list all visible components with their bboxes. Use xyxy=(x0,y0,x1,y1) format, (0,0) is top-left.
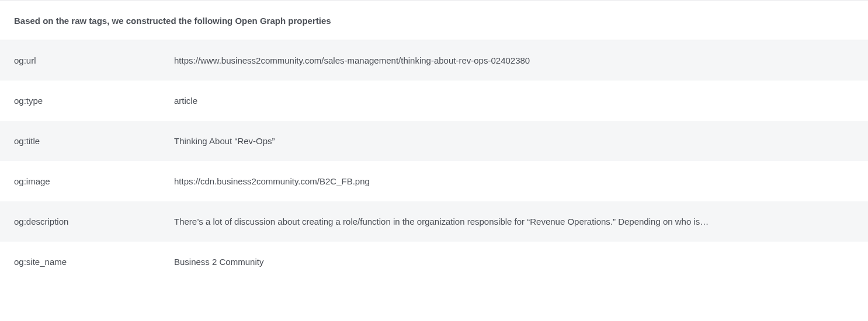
property-value: Thinking About “Rev-Ops” xyxy=(174,135,854,147)
properties-table: og:url https://www.business2community.co… xyxy=(0,40,868,282)
property-value: There’s a lot of discussion about creati… xyxy=(174,215,854,228)
property-value: Business 2 Community xyxy=(174,256,854,268)
table-row: og:site_name Business 2 Community xyxy=(0,242,868,282)
property-key: og:type xyxy=(14,95,174,107)
panel-title: Based on the raw tags, we constructed th… xyxy=(14,15,854,27)
property-key: og:title xyxy=(14,135,174,147)
open-graph-properties-panel: Based on the raw tags, we constructed th… xyxy=(0,0,868,282)
table-row: og:image https://cdn.business2community.… xyxy=(0,161,868,201)
property-value: https://cdn.business2community.com/B2C_F… xyxy=(174,175,854,187)
property-key: og:site_name xyxy=(14,256,174,268)
property-key: og:url xyxy=(14,54,174,67)
table-row: og:description There’s a lot of discussi… xyxy=(0,201,868,242)
table-row: og:url https://www.business2community.co… xyxy=(0,40,868,81)
table-row: og:type article xyxy=(0,81,868,121)
property-value: article xyxy=(174,95,854,107)
panel-header: Based on the raw tags, we constructed th… xyxy=(0,1,868,40)
property-value: https://www.business2community.com/sales… xyxy=(174,54,854,67)
property-key: og:image xyxy=(14,175,174,187)
property-key: og:description xyxy=(14,215,174,228)
table-row: og:title Thinking About “Rev-Ops” xyxy=(0,121,868,161)
